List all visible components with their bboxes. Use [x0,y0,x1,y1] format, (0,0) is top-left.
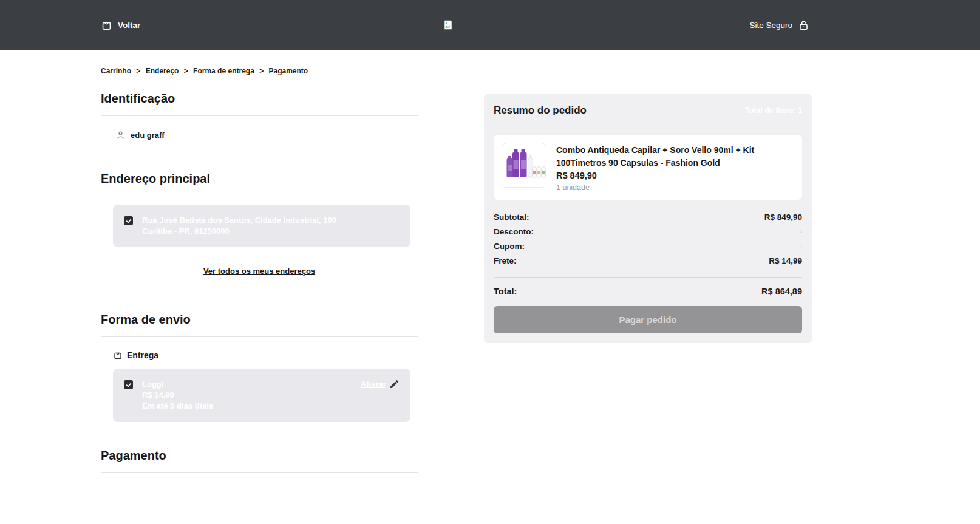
divider [494,126,802,126]
freight-value: R$ 14,99 [769,256,802,265]
address-text: Rua José Batista dos Santos, Cidade Indu… [142,215,336,237]
product-item: Combo Antiqueda Capilar + Soro Vello 90m… [494,135,802,200]
payment-section: Pagamento [101,449,418,473]
check-icon [126,218,132,224]
address-checkbox[interactable] [124,216,133,225]
order-summary-card: Resumo do pedido Total de itens: 1 [484,94,812,343]
shipping-section: Forma de envio Entrega Loggi R$ [101,313,418,432]
product-name: Combo Antiqueda Capilar + Soro Vello 90m… [556,144,794,169]
breadcrumb-separator: > [136,67,140,75]
breadcrumb-pagamento: Pagamento [269,67,308,75]
identification-section: Identificação edu graff [101,92,418,155]
divider [101,296,418,296]
address-line2: Curitiba - PR, 81250000 [142,226,336,237]
view-all-addresses-link[interactable]: Ver todos os meus endereços [101,267,418,276]
payment-title: Pagamento [101,449,418,463]
divider [101,196,418,196]
carrier-eta: Em até 5 dias úteis [142,401,213,412]
discount-row: Desconto: - [494,224,802,239]
summary-title: Resumo do pedido [494,104,587,117]
shopping-bag-icon [101,19,112,31]
delivery-method-row: Entrega [101,350,418,360]
secure-site-badge: Site Seguro [749,0,809,50]
shipping-option-text: Loggi R$ 14,99 Em até 5 dias úteis [142,379,213,412]
address-card[interactable]: Rua José Batista dos Santos, Cidade Indu… [113,205,410,247]
checkout-column: Carrinho > Endereço > Forma de entrega >… [101,50,418,473]
change-shipping: Alterar [361,379,400,389]
coupon-row: Cupom: - [494,239,802,253]
breadcrumb-endereco[interactable]: Endereço [146,67,179,75]
coupon-label: Cupom: [494,242,525,251]
user-name: edu graff [131,131,165,140]
product-quantity: 1 unidade [556,183,794,192]
breadcrumb-separator: > [184,67,188,75]
divider [101,336,418,337]
back-link[interactable]: Voltar [101,0,140,50]
shopping-bag-icon [113,350,123,360]
discount-value: - [800,227,803,236]
lock-icon [798,19,809,31]
address-section: Endereço principal Rua José Batista dos … [101,172,418,296]
divider [494,277,802,278]
pay-order-button[interactable]: Pagar pedido [494,306,802,333]
total-items-label: Total de itens: 1 [745,106,802,115]
broken-image-icon [443,19,454,30]
coupon-value: - [800,242,803,251]
summary-rows: Subtotal: R$ 849,90 Desconto: - Cupom: -… [494,209,802,268]
discount-label: Desconto: [494,227,534,236]
top-header: Voltar Site Seguro [0,0,980,50]
back-label: Voltar [118,21,140,30]
freight-row: Frete: R$ 14,99 [494,254,802,268]
product-image [502,143,546,188]
breadcrumb: Carrinho > Endereço > Forma de entrega >… [101,67,418,75]
subtotal-label: Subtotal: [494,213,529,222]
subtotal-row: Subtotal: R$ 849,90 [494,209,802,224]
total-label: Total: [494,287,517,296]
total-value: R$ 864,89 [761,287,802,296]
address-title: Endereço principal [101,172,418,186]
change-shipping-link[interactable]: Alterar [361,379,386,389]
secure-site-label: Site Seguro [749,21,792,30]
divider [101,115,418,116]
summary-header: Resumo do pedido Total de itens: 1 [494,104,802,117]
breadcrumb-forma-de-entrega[interactable]: Forma de entrega [193,67,254,75]
pencil-icon[interactable] [389,379,400,389]
user-row: edu graff [101,130,418,140]
breadcrumb-carrinho[interactable]: Carrinho [101,67,131,75]
identification-title: Identificação [101,92,418,106]
shipping-checkbox[interactable] [124,380,133,389]
delivery-method-label: Entrega [127,350,158,360]
freight-label: Frete: [494,256,517,265]
shipping-option-card[interactable]: Loggi R$ 14,99 Em até 5 dias úteis Alter… [113,369,410,422]
product-price: R$ 849,90 [556,171,794,180]
carrier-price: R$ 14,99 [142,390,213,401]
person-icon [115,130,126,140]
total-row: Total: R$ 864,89 [494,287,802,296]
carrier-name: Loggi [142,379,213,390]
divider [101,432,418,432]
breadcrumb-separator: > [259,67,264,75]
address-line1: Rua José Batista dos Santos, Cidade Indu… [142,215,336,226]
subtotal-value: R$ 849,90 [764,213,802,222]
divider [101,155,418,155]
shipping-title: Forma de envio [101,313,418,327]
product-info: Combo Antiqueda Capilar + Soro Vello 90m… [556,143,794,192]
check-icon [126,382,132,388]
divider [101,472,418,473]
